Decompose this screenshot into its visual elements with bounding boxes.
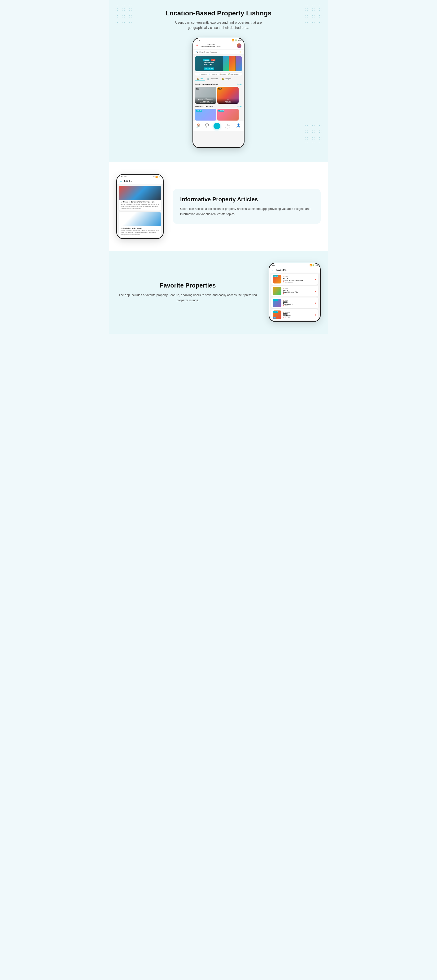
fav-item-1[interactable]: Featured 🏠 Villa $550K Serene Retreat Re… (271, 274, 318, 285)
nearby-card-1[interactable]: Sell Villa Luxurious Haven Villa $250000… (195, 87, 216, 104)
status-bar-1: 11:14 📶 🔋 46% (193, 38, 244, 42)
section2-text-card: Informative Property Articles Users can … (173, 189, 321, 224)
feat-card-1[interactable]: Featured (195, 109, 216, 121)
fav-name-1: Serene Retreat Residence (283, 280, 314, 281)
article-img-1 (119, 186, 161, 200)
bottom-nav: 🏠 Home 💬 Chat + 🏗 Properties 👤 Profile (193, 121, 244, 131)
nearby-card-info-1: Villa Luxurious Haven Villa $2500000 📍 7… (195, 97, 216, 104)
filter-icon[interactable]: ⚡ (239, 51, 241, 53)
nav-profile-label: Profile (236, 127, 241, 129)
nav-properties[interactable]: 🏗 Properties (225, 123, 231, 129)
nearby-title: Nearby properties(Dubai) (195, 83, 218, 85)
back-arrow-icon[interactable]: ← (119, 180, 122, 183)
search-input[interactable] (200, 51, 238, 53)
fav-name-4: The Malibu (283, 315, 314, 317)
featured-header: Featured Properties See All (193, 104, 244, 108)
dots-decoration-br (304, 124, 323, 143)
fav-heart-3[interactable]: ♥ (315, 302, 317, 304)
fav-price-3: $250K (283, 301, 314, 303)
chat-icon: 💬 (205, 123, 209, 127)
article-body-2: 20 tips to buy better house Budget: Dete… (119, 226, 161, 237)
fav-item-4[interactable]: Featured Rent 🏡 Banglow $650K The Malibu… (271, 309, 318, 320)
feat-bathrooms: 🚿 4 Bathroom (209, 73, 217, 75)
favorites-topbar: ← Favorites (269, 267, 320, 273)
fav-item-3[interactable]: Featured 🏠 Villa $250K Time square 📍 Del… (271, 298, 318, 309)
article-title-2: 20 tips to buy better house (120, 228, 159, 229)
discount-tag: #35K (211, 59, 215, 61)
penthouse-icon: 🏢 (207, 78, 209, 80)
section2-body: Users can access a collection of propert… (180, 206, 314, 217)
article-card-1[interactable]: 10 Things to Consider When Buying a Home… (119, 186, 161, 210)
sell-tag-2: Sell (218, 88, 222, 89)
banner-phone: +000 1234 5678 (204, 67, 214, 70)
user-avatar[interactable] (237, 43, 241, 48)
status-time-2: 2:40 PM (119, 176, 127, 178)
featured-see-all[interactable]: See All (237, 105, 242, 107)
feat-card-tag-1: Featured (196, 110, 202, 111)
nav-profile[interactable]: 👤 Profile (236, 123, 241, 129)
add-property-button[interactable]: + (214, 123, 220, 129)
phone-screen-1: 11:14 📶 🔋 46% 📍 Location Dubai,United Ar… (193, 38, 244, 147)
fav-price-1: $550K (283, 277, 314, 280)
tab-penthouse[interactable]: 🏢 Penthouse (205, 77, 220, 81)
status-icons: 📶 🔋 46% (232, 39, 241, 41)
fav-heart-2[interactable]: ♥ (315, 290, 317, 293)
fav-img-1: Featured (273, 275, 282, 283)
article-img-2 (119, 212, 161, 226)
article-title-1: 10 Things to Consider When Buying a Home (120, 201, 159, 203)
fav-price-2: $1.9M (283, 289, 314, 291)
status-icons-3: 📶🔋 6% (310, 264, 318, 266)
dots-decoration-tl (114, 5, 133, 24)
featured-banner[interactable]: Featured #35K PROPERTYFOR SALE +000 1234… (195, 56, 242, 71)
nav-home[interactable]: 🏠 Home (196, 123, 200, 129)
card1-type: Villa (196, 97, 215, 99)
fav-img-4: Featured Rent (273, 310, 282, 319)
section2-heading: Informative Property Articles (180, 196, 314, 203)
status-time: 11:14 (196, 39, 200, 41)
banner-title: PROPERTYFOR SALE (197, 62, 221, 66)
section1-subtitle: Users can conveniently explore and find … (174, 20, 263, 30)
article-card-2[interactable]: 20 tips to buy better house Budget: Dete… (119, 212, 161, 237)
card1-addr: 📍 789 Beach Road, Dubai, Unite... (196, 102, 215, 103)
section3-heading: Favorite Properties (116, 282, 259, 289)
property-type-tabs: 🏠 Villa 🏢 Penthouse 🏡 Banglow (195, 77, 242, 81)
feat-card-2[interactable]: Featured (217, 109, 239, 121)
status-icons-2: 👁 📶 🔋 (153, 176, 161, 178)
tab-villa-label: Villa (200, 78, 203, 80)
location-row[interactable]: 📍 Location Dubai,United Arab Emira... (193, 42, 244, 49)
section-articles: 2:40 PM 👁 📶 🔋 ← Articles 10 Things to Co… (109, 162, 328, 251)
nav-chat[interactable]: 💬 Chat (205, 123, 209, 129)
status-time-3: 6:40 (272, 264, 276, 266)
nearby-see-all[interactable]: See All (237, 83, 242, 85)
nearby-cards-list: Sell Villa Luxurious Haven Villa $250000… (193, 86, 244, 104)
nearby-card-2[interactable]: Sell Villa Luxurio... 📍 123 Palm... (217, 87, 239, 104)
fav-item-2[interactable]: 🏠 Villa $1.9M Desert Retreat Villa 📍 ♥ (271, 286, 318, 296)
location-city: Dubai,United Arab Emira... (200, 46, 222, 48)
section3-body: The app includes a favorite property Fea… (116, 293, 259, 303)
fav-info-1: 🏠 Villa $550K Serene Retreat Residence 📍… (283, 276, 314, 283)
fav-info-2: 🏠 Villa $1.9M Desert Retreat Villa 📍 (283, 288, 314, 294)
location-label: Location (200, 43, 222, 46)
banner-img-2 (230, 56, 236, 71)
status-bar-3: 6:40 📶🔋 6% (269, 263, 320, 267)
banglow-icon: 🏡 (222, 78, 224, 80)
banner-images (223, 56, 242, 71)
featured-prop-cards: Featured Featured (193, 108, 244, 121)
fav-name-2: Desert Retreat Villa (283, 291, 314, 293)
tab-villa[interactable]: 🏠 Villa (195, 77, 205, 81)
banner-img-1 (223, 56, 229, 71)
fav-heart-1[interactable]: ♥ (315, 278, 317, 281)
feat-accommodations: 🌿 Accommodation (228, 73, 239, 75)
nav-properties-label: Properties (225, 127, 231, 129)
favorites-back-icon[interactable]: ← (272, 268, 274, 272)
profile-icon: 👤 (237, 123, 240, 127)
fav-loc-2: 📍 (283, 293, 314, 294)
nearby-header: Nearby properties(Dubai) See All (193, 82, 244, 86)
featured-tag: Featured (203, 59, 209, 61)
fav-heart-4[interactable]: ♥ (315, 313, 317, 316)
tab-banglow[interactable]: 🏡 Banglow (220, 77, 233, 81)
section1-title: Location-Based Property Listings (114, 10, 323, 17)
properties-icon: 🏗 (227, 123, 230, 127)
fav-price-4: $650K (283, 313, 314, 315)
section-location: Location-Based Property Listings Users c… (109, 0, 328, 162)
